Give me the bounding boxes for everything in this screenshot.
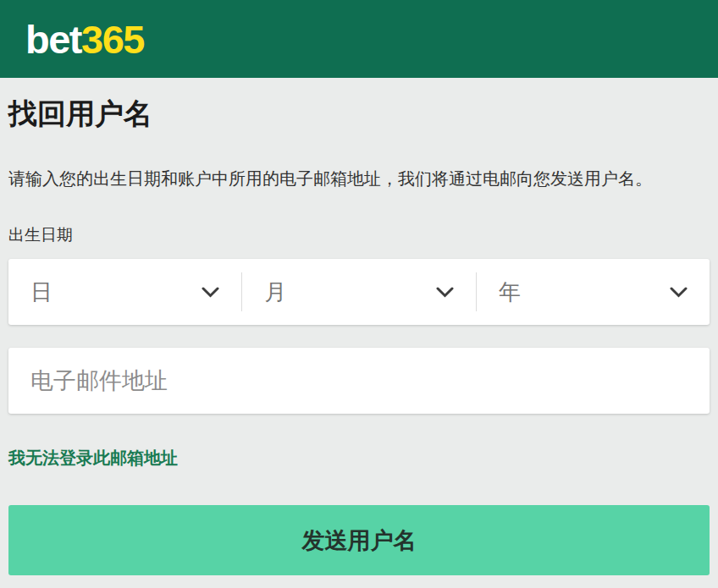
email-input[interactable] [8,348,710,414]
year-select-value: 年 [499,278,521,307]
chevron-down-icon [436,287,454,298]
page-title: 找回用户名 [8,96,710,131]
dob-card: 日 月 年 [8,259,710,325]
email-card [8,348,710,414]
bet365-logo: bet365 [25,19,144,59]
month-select-value: 月 [264,278,286,307]
dob-section-label: 出生日期 [8,225,710,245]
send-username-button[interactable]: 发送用户名 [8,505,710,575]
cant-access-email-link[interactable]: 我无法登录此邮箱地址 [8,448,178,468]
chevron-down-icon [670,287,688,298]
month-select[interactable]: 月 [242,259,475,325]
instructions-text: 请输入您的出生日期和账户中所用的电子邮箱地址，我们将通过电邮向您发送用户名。 [8,168,710,190]
app-header: bet365 [0,0,718,78]
year-select[interactable]: 年 [477,259,710,325]
day-select-value: 日 [30,278,52,307]
logo-text-bet: bet [25,17,81,62]
logo-text-365: 365 [81,17,144,62]
chevron-down-icon [202,287,219,298]
day-select[interactable]: 日 [8,259,241,325]
main-content: 找回用户名 请输入您的出生日期和账户中所用的电子邮箱地址，我们将通过电邮向您发送… [0,96,718,575]
